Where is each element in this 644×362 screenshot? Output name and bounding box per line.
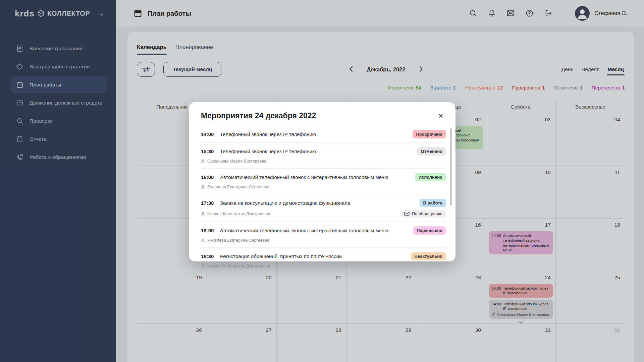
- modal-event-row[interactable]: 14:00Телефонный звонок через IP телефони…: [201, 126, 446, 143]
- event-person: Иванов Константин Дмитриевич: [201, 264, 270, 268]
- modal-event-row[interactable]: 15:30Телефонный звонок через IP телефони…: [201, 143, 446, 169]
- event-person: Совельева Мария Викторовна: [201, 159, 266, 164]
- event-person: Яковлева Екатерина Сергеевна: [201, 238, 269, 243]
- person-icon: [201, 264, 205, 268]
- event-title: Регистрация обращений, принятых по почте…: [220, 253, 342, 259]
- modal-event-row[interactable]: 18:30Регистрация обращений, принятых по …: [201, 248, 446, 273]
- mail-icon: [404, 212, 410, 216]
- event-person: Иванов Константин Дмитриевич: [201, 212, 270, 216]
- event-time: 17:30: [201, 200, 216, 206]
- event-title: Заявка на консультацию и демонстрацию фу…: [220, 200, 350, 206]
- person-icon: [201, 159, 205, 163]
- event-time: 15:30: [201, 148, 216, 154]
- app-window: krds КОЛЛЕКТОР ← Внесение требованийВыст…: [0, 0, 644, 362]
- status-badge: Отменено: [417, 147, 446, 156]
- close-icon[interactable]: ✕: [436, 111, 445, 121]
- modal-event-row[interactable]: 18:00Автоматический телефонный звонок с …: [201, 222, 446, 248]
- modal-title: Мероприятия 24 декабря 2022: [201, 111, 316, 120]
- status-badge: Неактуально: [411, 252, 446, 260]
- person-icon: [201, 212, 205, 216]
- status-badge: Перенесено: [413, 226, 446, 235]
- person-icon: [201, 185, 205, 189]
- event-title: Автоматический телефонный звонок с интер…: [220, 228, 388, 233]
- status-badge: Просрочено: [413, 130, 446, 138]
- modal-event-list: 14:00Телефонный звонок через IP телефони…: [189, 126, 455, 273]
- event-title: Автоматический телефонный звонок с интер…: [220, 174, 388, 180]
- source-tag: По обращению: [400, 210, 446, 218]
- event-time: 18:00: [201, 228, 216, 233]
- events-modal: Мероприятия 24 декабря 2022 ✕ 14:00Телеф…: [189, 102, 455, 261]
- event-time: 18:30: [201, 253, 216, 259]
- event-title: Телефонный звонок через IP телефонию: [220, 148, 316, 154]
- event-person: Яковлева Екатерина Сергеевна: [201, 185, 269, 189]
- status-badge: Исполнено: [415, 173, 446, 181]
- modal-event-row[interactable]: 17:30Заявка на консультацию и демонстрац…: [201, 194, 446, 222]
- event-time: 14:00: [201, 131, 216, 137]
- person-icon: [201, 238, 205, 242]
- modal-header: Мероприятия 24 декабря 2022 ✕: [189, 102, 455, 126]
- event-time: 16:00: [201, 174, 216, 180]
- modal-scrollbar-thumb[interactable]: [450, 128, 452, 205]
- status-badge: В работе: [420, 199, 446, 207]
- event-title: Телефонный звонок через IP телефонию: [220, 131, 316, 137]
- modal-event-row[interactable]: 16:00Автоматический телефонный звонок с …: [201, 169, 446, 194]
